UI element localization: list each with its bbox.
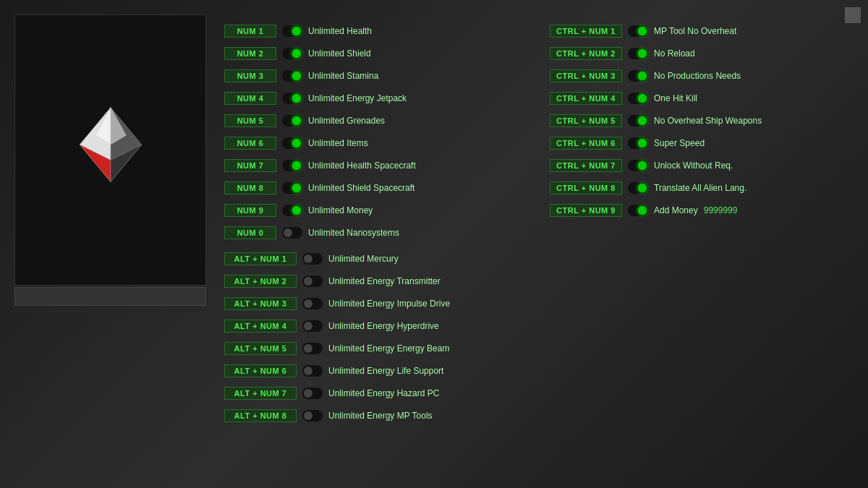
toggle[interactable] — [628, 93, 648, 104]
cheat-row: NUM 2Unlimited Shield — [224, 44, 528, 63]
cheat-row: NUM 6Unlimited Items — [224, 134, 528, 153]
toggle[interactable] — [302, 388, 323, 399]
key-button[interactable]: NUM 5 — [224, 114, 276, 127]
toggle[interactable] — [628, 48, 648, 59]
cheat-name: MP Tool No Overheat — [654, 26, 736, 36]
cheat-name: Unlimited Health Spacecraft — [308, 160, 416, 171]
key-button[interactable]: NUM 1 — [224, 25, 276, 38]
cheat-name: No Overheat Ship Weapons — [654, 116, 762, 126]
toggle[interactable] — [282, 115, 302, 127]
key-button[interactable]: CTRL + NUM 2 — [550, 47, 622, 60]
key-button[interactable]: NUM 9 — [224, 204, 276, 217]
key-button[interactable]: CTRL + NUM 5 — [550, 114, 622, 127]
toggle[interactable] — [282, 227, 302, 239]
toggle[interactable] — [282, 137, 302, 149]
cheat-row: ALT + NUM 4Unlimited Energy Hyperdrive — [224, 317, 854, 335]
cheat-name: Unlimited Mercury — [328, 254, 399, 264]
key-button[interactable]: CTRL + NUM 4 — [550, 92, 622, 105]
toggle[interactable] — [302, 275, 323, 287]
key-button[interactable]: ALT + NUM 6 — [224, 364, 297, 377]
key-button[interactable]: NUM 6 — [224, 137, 276, 150]
cheat-row: NUM 4Unlimited Energy Jetpack — [224, 89, 528, 108]
toggle[interactable] — [628, 182, 648, 194]
key-button[interactable]: NUM 8 — [224, 181, 276, 194]
cheat-row: CTRL + NUM 4One Hit Kill — [550, 89, 854, 108]
cheat-name: No Reload — [654, 48, 695, 59]
key-button[interactable]: ALT + NUM 5 — [224, 342, 297, 355]
cheat-row: NUM 3Unlimited Stamina — [224, 67, 528, 85]
toggle[interactable] — [628, 70, 648, 82]
num-cheat-rows: NUM 1Unlimited HealthNUM 2Unlimited Shie… — [224, 22, 528, 242]
main-window: NUM 1Unlimited HealthNUM 2Unlimited Shie… — [0, 0, 868, 488]
key-button[interactable]: NUM 0 — [224, 226, 276, 239]
key-button[interactable]: NUM 7 — [224, 159, 276, 172]
cheat-row: NUM 5Unlimited Grenades — [224, 111, 528, 130]
cheat-row: CTRL + NUM 7Unlock Without Req. — [550, 156, 854, 175]
toggle[interactable] — [628, 25, 648, 37]
game-logo-icon — [67, 101, 154, 188]
key-button[interactable]: CTRL + NUM 9 — [550, 204, 622, 217]
toggle[interactable] — [282, 182, 302, 194]
cheat-name: Unlock Without Req. — [654, 160, 733, 171]
toggle[interactable] — [628, 160, 648, 171]
close-button[interactable] — [845, 7, 861, 23]
toggle[interactable] — [282, 25, 302, 37]
toggle[interactable] — [302, 320, 323, 332]
toggle[interactable] — [282, 70, 302, 82]
cheat-name: Super Speed — [654, 138, 705, 148]
cheat-row: NUM 1Unlimited Health — [224, 22, 528, 40]
key-button[interactable]: ALT + NUM 7 — [224, 387, 297, 400]
key-button[interactable]: CTRL + NUM 1 — [550, 25, 622, 38]
cheat-name: Translate All Alien Lang. — [654, 183, 746, 193]
cheat-name: Unlimited Energy Life Support — [328, 366, 443, 376]
key-button[interactable]: CTRL + NUM 3 — [550, 69, 622, 82]
key-button[interactable]: ALT + NUM 4 — [224, 320, 297, 333]
key-button[interactable]: ALT + NUM 2 — [224, 275, 297, 288]
cheat-name: No Productions Needs — [654, 71, 741, 81]
cheat-name: Unlimited Energy Energy Beam — [328, 343, 449, 354]
toggle[interactable] — [282, 93, 302, 104]
key-button[interactable]: NUM 3 — [224, 69, 276, 82]
ctrl-cheat-rows: CTRL + NUM 1MP Tool No OverheatCTRL + NU… — [550, 22, 854, 220]
toggle[interactable] — [302, 410, 323, 421]
cheat-name: Unlimited Energy Hazard PC — [328, 388, 439, 398]
toggle[interactable] — [628, 115, 648, 127]
toggle[interactable] — [302, 343, 323, 354]
toggle[interactable] — [302, 365, 323, 377]
cheat-row: ALT + NUM 6Unlimited Energy Life Support — [224, 361, 854, 380]
key-button[interactable]: CTRL + NUM 7 — [550, 159, 622, 172]
toggle[interactable] — [628, 137, 648, 149]
num-cheats-column: NUM 1Unlimited HealthNUM 2Unlimited Shie… — [224, 22, 528, 246]
alt-cheat-rows: ALT + NUM 1Unlimited MercuryALT + NUM 2U… — [224, 249, 854, 425]
cheat-name: Unlimited Energy Impulse Drive — [328, 299, 450, 309]
toggle[interactable] — [282, 160, 302, 171]
key-button[interactable]: ALT + NUM 1 — [224, 252, 297, 265]
key-button[interactable]: NUM 2 — [224, 47, 276, 60]
cheat-name: Unlimited Stamina — [308, 71, 378, 81]
key-button[interactable]: NUM 4 — [224, 92, 276, 105]
toggle[interactable] — [302, 298, 323, 309]
key-button[interactable]: ALT + NUM 3 — [224, 297, 297, 310]
cheat-row: CTRL + NUM 2No Reload — [550, 44, 854, 63]
toggle[interactable] — [282, 205, 302, 216]
cheat-name: Unlimited Items — [308, 138, 368, 148]
toggle[interactable] — [628, 205, 648, 216]
key-button[interactable]: CTRL + NUM 8 — [550, 181, 622, 194]
key-button[interactable]: ALT + NUM 8 — [224, 409, 297, 422]
cheat-row: ALT + NUM 1Unlimited Mercury — [224, 249, 854, 268]
cheat-row: CTRL + NUM 8Translate All Alien Lang. — [550, 179, 854, 197]
cheat-name: Add Money — [654, 205, 698, 215]
cheat-row: ALT + NUM 5Unlimited Energy Energy Beam — [224, 339, 854, 358]
cheat-name: Unlimited Nanosystems — [308, 228, 399, 238]
key-button[interactable]: CTRL + NUM 6 — [550, 137, 622, 150]
cheat-row: NUM 7Unlimited Health Spacecraft — [224, 156, 528, 175]
alt-section: ALT + NUM 1Unlimited MercuryALT + NUM 2U… — [224, 249, 854, 425]
toggle[interactable] — [302, 253, 323, 265]
cheat-row: ALT + NUM 7Unlimited Energy Hazard PC — [224, 384, 854, 403]
cheat-name: Unlimited Money — [308, 205, 373, 215]
cheat-row: CTRL + NUM 6Super Speed — [550, 134, 854, 153]
toggle[interactable] — [282, 48, 302, 59]
columns-wrapper: NUM 1Unlimited HealthNUM 2Unlimited Shie… — [224, 22, 854, 246]
cheat-name: Unlimited Energy MP Tools — [328, 411, 433, 421]
cheat-row: NUM 8Unlimited Shield Spacecraft — [224, 179, 528, 197]
